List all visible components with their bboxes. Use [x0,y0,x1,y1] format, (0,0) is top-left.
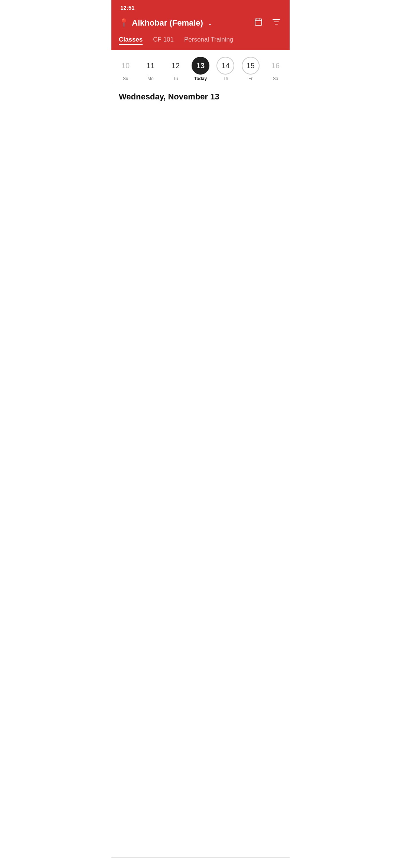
header-actions [252,16,282,30]
day-label: Fr [248,76,252,81]
day-cell-12[interactable]: 12Tu [165,57,186,81]
class-list [111,105,290,134]
day-cell-15[interactable]: 15Fr [240,57,261,81]
day-number: 16 [267,57,284,75]
day-number: 10 [117,57,134,75]
header-row: 📍 Alkhobar (Female) ⌄ [111,12,290,34]
header: 12:51 📍 Alkhobar (Female) ⌄ [111,0,290,50]
tab-classes[interactable]: Classes [119,36,143,45]
day-number: 13 [192,57,209,75]
day-label: Th [223,76,228,81]
tab-personal-training[interactable]: Personal Training [184,36,233,45]
day-cell-13[interactable]: 13Today [190,57,211,81]
day-cell-10[interactable]: 10Su [115,57,136,81]
day-cell-11[interactable]: 11Mo [140,57,161,81]
tab-cf101[interactable]: CF 101 [153,36,174,45]
tabs-bar: Classes CF 101 Personal Training [111,34,290,50]
filter-icon-button[interactable] [270,16,282,30]
day-label: Sa [273,76,278,81]
calendar-icon-button[interactable] [252,16,264,30]
chevron-down-icon: ⌄ [208,20,212,27]
day-number: 15 [242,57,260,75]
day-label: Mo [147,76,154,81]
day-number: 12 [167,57,185,75]
bottom-nav [111,857,290,868]
day-cell-16[interactable]: 16Sa [265,57,286,81]
status-bar: 12:51 [111,0,290,12]
date-heading: Wednesday, November 13 [111,85,290,105]
day-label: Su [123,76,128,81]
day-label: Tu [173,76,178,81]
calendar-strip: 10Su11Mo12Tu13Today14Th15Fr16Sa [111,50,290,85]
day-number: 14 [216,57,234,75]
time: 12:51 [120,4,134,11]
svg-rect-0 [255,19,262,25]
day-cell-14[interactable]: 14Th [215,57,236,81]
location-section[interactable]: 📍 Alkhobar (Female) ⌄ [119,18,252,28]
day-number: 11 [141,57,159,75]
location-pin-icon: 📍 [119,18,129,28]
day-label: Today [194,76,207,81]
location-name: Alkhobar (Female) [132,18,203,28]
